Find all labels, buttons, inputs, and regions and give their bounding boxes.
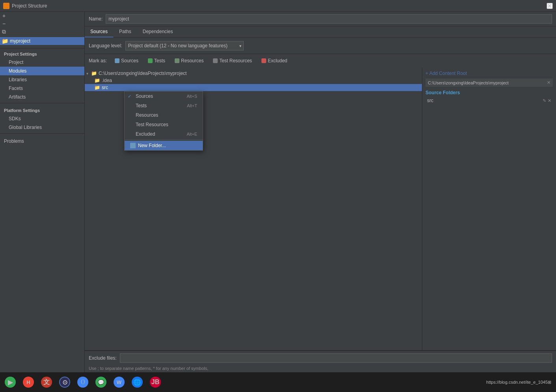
sidebar-item-project[interactable]: Project bbox=[0, 58, 84, 67]
module-myproject[interactable]: 📁 myproject bbox=[0, 37, 84, 45]
play-circle: ▶ bbox=[5, 377, 16, 388]
sources-color-dot bbox=[115, 58, 119, 63]
sidebar-item-libraries[interactable]: Libraries bbox=[0, 75, 84, 84]
h-circle: H bbox=[23, 377, 34, 388]
add-content-root-button[interactable]: + Add Content Root bbox=[425, 71, 553, 76]
taskbar-wechat-icon[interactable]: 💬 bbox=[92, 373, 110, 391]
ctx-test-resources[interactable]: Test Resources bbox=[125, 120, 203, 129]
taskbar-play-icon[interactable]: ▶ bbox=[2, 373, 19, 391]
language-level-select[interactable]: Project default (12 - No new language fe… bbox=[125, 41, 244, 50]
ctx-excluded[interactable]: Excluded Alt+E bbox=[125, 129, 203, 139]
tree-expand-icon: ▾ bbox=[86, 71, 91, 76]
mark-excluded-button[interactable]: Excluded bbox=[258, 57, 290, 64]
add-module-button[interactable]: + bbox=[0, 12, 8, 20]
taskbar-browser-icon[interactable]: 🌐 bbox=[129, 373, 146, 391]
sidebar-item-facets[interactable]: Facets bbox=[0, 84, 84, 93]
taskbar: ▶ H 文 ⊙ 〈〉 💬 W 🌐 JB https://blog.csdn.ne… bbox=[0, 372, 556, 392]
resources-color-dot bbox=[175, 58, 179, 63]
mark-as-row: Mark as: Sources Tests Resources Test Re… bbox=[85, 54, 556, 67]
src-folder-icon: 📁 bbox=[94, 85, 100, 90]
ctx-divider bbox=[125, 140, 203, 140]
name-input[interactable] bbox=[106, 14, 552, 24]
excluded-color-dot bbox=[261, 58, 266, 63]
divider1 bbox=[0, 103, 84, 103]
exclude-files-label: Exclude files: bbox=[89, 355, 117, 361]
language-level-select-wrap: Project default (12 - No new language fe… bbox=[125, 41, 244, 50]
tree-root-folder[interactable]: ▾ 📁 C:\Users\zongxing\IdeaProjects\mypro… bbox=[85, 70, 422, 77]
taskbar-jetbrains-icon[interactable]: JB bbox=[147, 373, 164, 391]
tab-dependencies[interactable]: Dependencies bbox=[137, 26, 179, 37]
new-folder-icon bbox=[130, 143, 136, 148]
tab-paths[interactable]: Paths bbox=[114, 26, 137, 37]
exclude-section: Exclude files: Use ; to separate name pa… bbox=[85, 350, 556, 372]
mark-test-resources-button[interactable]: Test Resources bbox=[210, 57, 255, 64]
sidebar-item-global-libraries[interactable]: Global Libraries bbox=[0, 123, 84, 132]
copy-module-button[interactable]: ⧉ bbox=[0, 28, 8, 35]
word-circle: W bbox=[114, 377, 125, 388]
left-panel: + − ⧉ 📁 myproject Project Settings Proje… bbox=[0, 12, 85, 372]
language-level-row: Language level: Project default (12 - No… bbox=[85, 38, 556, 54]
chinese-circle: 文 bbox=[41, 377, 52, 388]
test-resources-color-dot bbox=[213, 58, 218, 63]
ctx-resources[interactable]: Resources bbox=[125, 110, 203, 120]
exclude-row: Exclude files: bbox=[85, 351, 556, 365]
taskbar-vscode-icon[interactable]: 〈〉 bbox=[74, 373, 91, 391]
exclude-files-hint: Use ; to separate name patterns, * for a… bbox=[85, 365, 556, 372]
edit-source-folder-icon[interactable]: ✎ bbox=[543, 98, 546, 103]
taskbar-url: https://blog.csdn.net/ite_e_1045⊞ bbox=[486, 380, 551, 385]
module-toolbar: + − ⧉ bbox=[0, 12, 84, 35]
name-label: Name: bbox=[89, 16, 103, 22]
ctx-sources[interactable]: ✓ Sources Alt+S bbox=[125, 91, 203, 101]
module-tree: 📁 myproject bbox=[0, 35, 84, 47]
source-folders-label: Source Folders bbox=[425, 90, 553, 95]
mark-resources-button[interactable]: Resources bbox=[172, 57, 207, 64]
divider2 bbox=[0, 133, 84, 134]
taskbar-word-icon[interactable]: W bbox=[110, 373, 128, 391]
remove-content-root-icon[interactable]: ✕ bbox=[547, 80, 550, 85]
root-folder-icon: 📁 bbox=[91, 71, 97, 76]
sidebar-item-problems[interactable]: Problems bbox=[0, 137, 84, 146]
browser-circle: 🌐 bbox=[132, 377, 143, 388]
sidebar-item-artifacts[interactable]: Artifacts bbox=[0, 93, 84, 101]
title-bar: Project Structure ✕ bbox=[0, 0, 556, 12]
tests-color-dot bbox=[148, 58, 153, 63]
tab-sources[interactable]: Sources bbox=[85, 26, 114, 37]
source-folder-actions: ✎ ✕ bbox=[543, 98, 551, 103]
platform-settings-label: Platform Settings bbox=[0, 105, 84, 114]
source-folder-src-label: src bbox=[427, 98, 433, 103]
project-settings-label: Project Settings bbox=[0, 49, 84, 58]
mark-as-label: Mark as: bbox=[89, 58, 107, 63]
window-title: Project Structure bbox=[12, 3, 47, 9]
name-bar: Name: bbox=[85, 12, 556, 26]
jetbrains-circle: JB bbox=[150, 377, 161, 388]
ctx-sources-check: ✓ bbox=[128, 94, 131, 99]
right-panel: + Add Content Root C:\Users\zongxing\Ide… bbox=[422, 67, 556, 350]
remove-module-button[interactable]: − bbox=[0, 20, 8, 28]
ctx-tests[interactable]: Tests Alt+T bbox=[125, 101, 203, 110]
idea-circle: ⊙ bbox=[59, 377, 70, 388]
remove-source-folder-icon[interactable]: ✕ bbox=[548, 98, 551, 103]
exclude-files-input[interactable] bbox=[120, 353, 552, 363]
tabs-bar: Sources Paths Dependencies bbox=[85, 26, 556, 38]
wechat-circle: 💬 bbox=[95, 377, 106, 388]
source-folder-src: src ✎ ✕ bbox=[425, 97, 553, 104]
tree-idea-folder[interactable]: 📁 .idea bbox=[85, 77, 422, 84]
main-layout: + − ⧉ 📁 myproject Project Settings Proje… bbox=[0, 12, 556, 372]
idea-folder-icon: 📁 bbox=[94, 78, 100, 83]
mark-tests-button[interactable]: Tests bbox=[145, 57, 168, 64]
right-content: Name: Sources Paths Dependencies Languag… bbox=[85, 12, 556, 372]
language-level-label: Language level: bbox=[89, 43, 122, 49]
close-button[interactable]: ✕ bbox=[547, 3, 553, 9]
sidebar-item-modules[interactable]: Modules bbox=[0, 67, 84, 75]
ctx-new-folder[interactable]: New Folder... bbox=[125, 141, 203, 150]
tree-src-folder[interactable]: 📁 src bbox=[85, 84, 422, 91]
taskbar-chinese-icon[interactable]: 文 bbox=[38, 373, 55, 391]
content-split: ▾ 📁 C:\Users\zongxing\IdeaProjects\mypro… bbox=[85, 67, 556, 350]
sidebar-item-sdks[interactable]: SDKs bbox=[0, 114, 84, 123]
taskbar-h-icon[interactable]: H bbox=[20, 373, 37, 391]
context-menu: ✓ Sources Alt+S Tests Alt+T Resources Te… bbox=[124, 91, 203, 151]
taskbar-right-area: https://blog.csdn.net/ite_e_1045⊞ bbox=[486, 380, 554, 385]
taskbar-idea-icon[interactable]: ⊙ bbox=[56, 373, 73, 391]
mark-sources-button[interactable]: Sources bbox=[112, 57, 142, 64]
content-root-path: C:\Users\zongxing\IdeaProjects\myproject… bbox=[425, 78, 553, 87]
